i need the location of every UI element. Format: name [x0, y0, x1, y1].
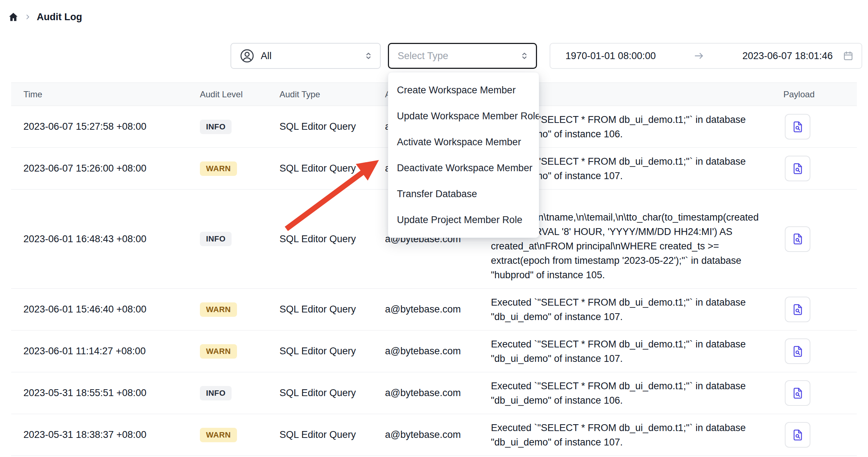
chevron-updown-icon: [363, 51, 373, 61]
audit-level-badge: INFO: [200, 232, 232, 246]
filter-bar: All Select Type 1970-01-01 08:00:00 2023…: [0, 43, 868, 69]
file-search-icon: [791, 162, 804, 175]
actor-filter-select[interactable]: All: [231, 43, 381, 69]
arrow-right-icon: [694, 50, 704, 61]
audit-log-page: Audit Log All Select Type 1970-01-01 08:…: [0, 0, 868, 457]
dropdown-item-transfer-database[interactable]: Transfer Database: [388, 181, 539, 207]
audit-type: SQL Editor Query: [279, 429, 385, 440]
audit-time: 2023-06-01 15:46:40 +08:00: [11, 304, 200, 315]
calendar-icon: [843, 50, 854, 61]
file-search-icon: [791, 120, 804, 133]
audit-actor: a@bytebase.com: [385, 429, 491, 440]
audit-type: SQL Editor Query: [279, 304, 385, 315]
file-search-icon: [791, 429, 804, 442]
date-range-end: 2023-06-07 18:01:46: [742, 50, 833, 62]
col-header-audit-type: Audit Type: [279, 89, 385, 99]
audit-time: 2023-06-07 15:27:58 +08:00: [11, 121, 200, 132]
audit-time: 2023-06-07 15:26:00 +08:00: [11, 163, 200, 174]
audit-comment: Executed `"SELECT * FROM db_ui_demo.t1;"…: [491, 289, 783, 330]
table-row: 2023-06-01 15:46:40 +08:00 WARN SQL Edit…: [11, 289, 857, 330]
audit-level-badge: WARN: [200, 161, 237, 176]
type-filter-select[interactable]: Select Type: [388, 43, 537, 69]
audit-level-badge: INFO: [200, 120, 232, 134]
col-header-payload: Payload: [783, 89, 857, 99]
dropdown-item-update-workspace-member[interactable]: Update Workspace Member Role: [388, 103, 539, 129]
page-title: Audit Log: [37, 12, 82, 23]
type-filter-placeholder: Select Type: [398, 50, 519, 62]
breadcrumb: Audit Log: [8, 9, 82, 25]
payload-view-button[interactable]: [785, 422, 810, 448]
file-search-icon: [791, 387, 804, 400]
audit-type: SQL Editor Query: [279, 121, 385, 132]
audit-type: SQL Editor Query: [279, 163, 385, 174]
audit-type: SQL Editor Query: [279, 387, 385, 399]
audit-comment: Executed `"SELECT * FROM db_ui_demo.t1;"…: [491, 414, 783, 456]
actor-filter-value: All: [261, 50, 358, 62]
audit-time: 2023-05-31 18:38:37 +08:00: [11, 429, 200, 440]
table-row: 2023-06-01 11:14:27 +08:00 WARN SQL Edit…: [11, 330, 857, 372]
payload-view-button[interactable]: [785, 156, 810, 181]
file-search-icon: [791, 232, 804, 245]
date-range-picker[interactable]: 1970-01-01 08:00:00 2023-06-07 18:01:46: [550, 43, 862, 69]
dropdown-item-activate-workspace-member[interactable]: Activate Workspace Member: [388, 129, 539, 155]
file-search-icon: [791, 303, 804, 316]
table-row: 2023-05-31 18:38:37 +08:00 WARN SQL Edit…: [11, 414, 857, 456]
payload-view-button[interactable]: [785, 226, 810, 252]
col-header-time: Time: [11, 89, 200, 99]
audit-time: 2023-06-01 11:14:27 +08:00: [11, 346, 200, 357]
audit-actor: a@bytebase.com: [385, 387, 491, 399]
audit-comment: Executed `"SELECT * FROM db_ui_demo.t1;"…: [491, 331, 783, 372]
dropdown-item-deactivate-workspace-member[interactable]: Deactivate Workspace Member: [388, 155, 539, 181]
audit-type: SQL Editor Query: [279, 234, 385, 245]
chevron-right-icon: [24, 13, 31, 21]
audit-level-badge: WARN: [200, 428, 237, 442]
audit-actor: a@bytebase.com: [385, 304, 491, 315]
file-search-icon: [791, 345, 804, 358]
chevron-updown-icon: [519, 51, 529, 61]
dropdown-item-update-project-member[interactable]: Update Project Member Role: [388, 207, 539, 233]
audit-level-badge: WARN: [200, 302, 237, 317]
date-range-start: 1970-01-01 08:00:00: [565, 50, 656, 62]
audit-type: SQL Editor Query: [279, 346, 385, 357]
audit-actor: a@bytebase.com: [385, 346, 491, 357]
dropdown-item-create-workspace-member[interactable]: Create Workspace Member: [388, 77, 539, 103]
table-row: 2023-05-31 18:55:51 +08:00 INFO SQL Edit…: [11, 372, 857, 414]
payload-view-button[interactable]: [785, 380, 810, 406]
type-dropdown-menu: Create Workspace Member Update Workspace…: [388, 72, 539, 238]
col-header-audit-level: Audit Level: [200, 89, 279, 99]
payload-view-button[interactable]: [785, 338, 810, 364]
payload-view-button[interactable]: [785, 114, 810, 139]
home-icon[interactable]: [8, 12, 19, 22]
audit-time: 2023-05-31 18:55:51 +08:00: [11, 387, 200, 399]
person-circle-icon: [239, 48, 255, 64]
audit-time: 2023-06-01 16:48:43 +08:00: [11, 234, 200, 245]
audit-level-badge: WARN: [200, 344, 237, 359]
audit-comment: Executed `"SELECT * FROM db_ui_demo.t1;"…: [491, 373, 783, 414]
audit-level-badge: INFO: [200, 386, 232, 400]
payload-view-button[interactable]: [785, 297, 810, 322]
